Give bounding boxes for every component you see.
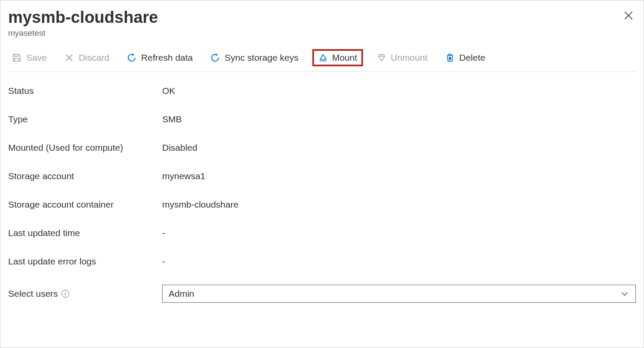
- label-last-updated: Last updated time: [8, 228, 162, 238]
- save-icon: [12, 53, 22, 63]
- mount-button[interactable]: Mount: [312, 49, 363, 66]
- unmount-button: Unmount: [373, 51, 431, 65]
- toolbar: Save Discard Refresh data Sync storage k…: [8, 49, 636, 72]
- chevron-down-icon: [620, 289, 629, 298]
- row-mounted: Mounted (Used for compute) Disabled: [8, 143, 636, 153]
- properties-list: Status OK Type SMB Mounted (Used for com…: [8, 86, 636, 303]
- value-storage-account: mynewsa1: [162, 171, 636, 181]
- info-icon[interactable]: i: [62, 290, 69, 298]
- refresh-icon: [126, 53, 137, 63]
- title-block: mysmb-cloudshare myasetest: [8, 8, 158, 38]
- label-select-users: Select users i: [8, 289, 162, 299]
- page-subtitle: myasetest: [8, 28, 158, 38]
- close-button[interactable]: [621, 8, 636, 25]
- save-label: Save: [26, 53, 47, 63]
- panel-header: mysmb-cloudshare myasetest: [8, 8, 636, 38]
- label-storage-container: Storage account container: [8, 199, 162, 210]
- unmount-label: Unmount: [391, 53, 427, 63]
- discard-label: Discard: [79, 53, 109, 63]
- select-users-value: Admin: [169, 289, 194, 299]
- label-storage-account: Storage account: [8, 171, 162, 181]
- discard-button: Discard: [61, 51, 113, 65]
- label-status: Status: [8, 86, 162, 96]
- share-panel: mysmb-cloudshare myasetest Save Discard …: [0, 0, 644, 348]
- delete-button[interactable]: Delete: [441, 51, 489, 65]
- label-mounted: Mounted (Used for compute): [8, 143, 162, 153]
- row-status: Status OK: [8, 86, 636, 96]
- value-mounted: Disabled: [162, 143, 636, 153]
- page-title: mysmb-cloudshare: [8, 8, 158, 27]
- row-type: Type SMB: [8, 114, 636, 124]
- label-select-users-text: Select users: [8, 289, 58, 299]
- sync-icon: [210, 53, 220, 63]
- unmount-icon: [377, 53, 386, 62]
- value-storage-container: mysmb-cloudshare: [162, 199, 636, 210]
- row-last-errors: Last update error logs -: [8, 256, 636, 267]
- delete-icon: [445, 53, 455, 63]
- row-select-users: Select users i Admin: [8, 285, 636, 303]
- save-button: Save: [8, 51, 50, 65]
- sync-button[interactable]: Sync storage keys: [206, 51, 302, 65]
- label-last-errors: Last update error logs: [8, 256, 162, 267]
- row-storage-account: Storage account mynewsa1: [8, 171, 636, 181]
- label-type: Type: [8, 114, 162, 124]
- discard-icon: [64, 53, 74, 63]
- sync-label: Sync storage keys: [225, 53, 299, 63]
- select-users-dropdown[interactable]: Admin: [162, 285, 636, 303]
- refresh-label: Refresh data: [141, 53, 193, 63]
- value-last-errors: -: [162, 256, 636, 267]
- close-icon: [623, 10, 634, 21]
- value-type: SMB: [162, 114, 636, 124]
- refresh-button[interactable]: Refresh data: [123, 51, 196, 65]
- row-storage-container: Storage account container mysmb-cloudsha…: [8, 199, 636, 210]
- delete-label: Delete: [459, 53, 486, 63]
- row-last-updated: Last updated time -: [8, 228, 636, 238]
- value-last-updated: -: [162, 228, 636, 238]
- value-status: OK: [162, 86, 636, 96]
- mount-icon: [318, 53, 328, 62]
- mount-label: Mount: [332, 53, 357, 63]
